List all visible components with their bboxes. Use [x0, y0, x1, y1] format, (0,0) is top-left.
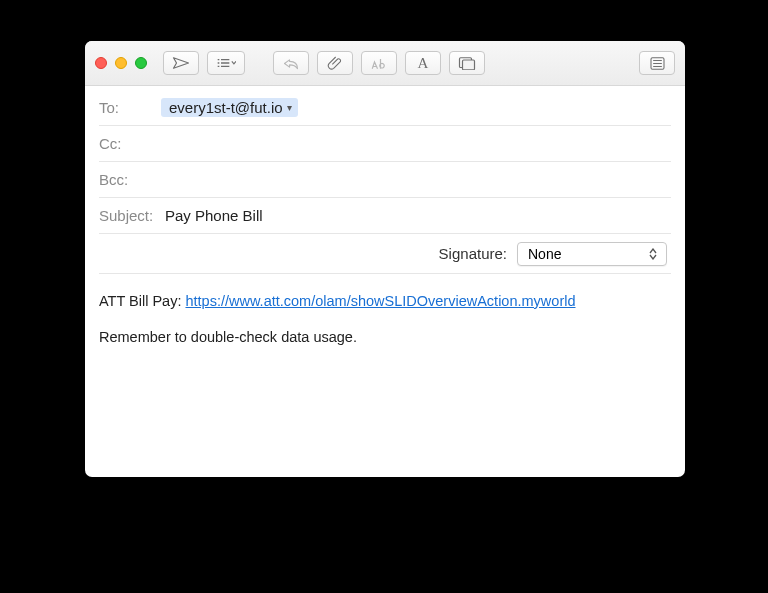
reply-button[interactable]: [273, 51, 309, 75]
att-bill-pay-link[interactable]: https://www.att.com/olam/showSLIDOvervie…: [185, 293, 575, 309]
close-window-button[interactable]: [95, 57, 107, 69]
signature-label: Signature:: [439, 245, 507, 262]
header-fields: To: every1st-t@fut.io ▾ Cc: Bcc: Subject…: [85, 86, 685, 274]
photo-browser-button[interactable]: [449, 51, 485, 75]
cc-label: Cc:: [99, 135, 161, 152]
send-icon: [172, 56, 190, 70]
photo-browser-icon: [458, 56, 476, 70]
header-fields-button[interactable]: [207, 51, 245, 75]
send-button[interactable]: [163, 51, 199, 75]
recipient-email: every1st-t@fut.io: [169, 99, 283, 116]
window-controls: [95, 57, 147, 69]
to-label: To:: [99, 99, 161, 116]
markup-icon: [370, 56, 388, 71]
body-line-1: ATT Bill Pay: https://www.att.com/olam/s…: [99, 290, 671, 312]
stepper-arrows-icon: [646, 245, 660, 263]
subject-label: Subject:: [99, 207, 165, 224]
bcc-label: Bcc:: [99, 171, 161, 188]
to-field-row[interactable]: To: every1st-t@fut.io ▾: [99, 90, 671, 126]
titlebar: A: [85, 41, 685, 86]
paperclip-icon: [327, 55, 343, 71]
chevron-down-icon: ▾: [287, 102, 292, 113]
svg-rect-7: [463, 60, 475, 70]
subject-input[interactable]: [165, 207, 671, 224]
header-options-icon: [216, 57, 236, 69]
attach-button[interactable]: [317, 51, 353, 75]
bcc-field-row[interactable]: Bcc:: [99, 162, 671, 198]
font-icon: A: [418, 55, 429, 72]
minimize-window-button[interactable]: [115, 57, 127, 69]
list-icon: [650, 57, 665, 70]
cc-field-row[interactable]: Cc:: [99, 126, 671, 162]
markup-button[interactable]: [361, 51, 397, 75]
body-line-1-text: ATT Bill Pay:: [99, 293, 185, 309]
subject-field-row[interactable]: Subject:: [99, 198, 671, 234]
signature-row: Signature: None: [99, 234, 671, 274]
recipient-token[interactable]: every1st-t@fut.io ▾: [161, 98, 298, 117]
sidebar-toggle-button[interactable]: [639, 51, 675, 75]
format-button[interactable]: A: [405, 51, 441, 75]
zoom-window-button[interactable]: [135, 57, 147, 69]
compose-window: A To: every1st-t@fut.io ▾ Cc: Bcc:: [85, 41, 685, 477]
message-body[interactable]: ATT Bill Pay: https://www.att.com/olam/s…: [85, 274, 685, 477]
signature-select[interactable]: None: [517, 242, 667, 266]
reply-icon: [282, 57, 300, 70]
body-line-2: Remember to double-check data usage.: [99, 326, 671, 348]
signature-value: None: [528, 246, 561, 262]
